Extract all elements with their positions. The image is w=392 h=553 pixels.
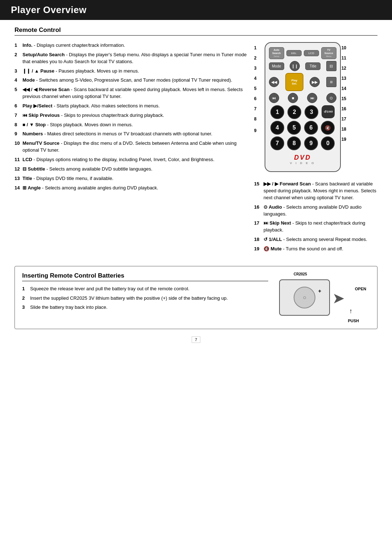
play-select-button[interactable]: PlaySel. [285, 73, 303, 91]
list-item: 17 ⏭ Skip Next - Skips to next chapter/t… [254, 220, 377, 234]
battery-coin: ○ [294, 287, 315, 308]
remote-control-header: Remote Control [15, 26, 377, 36]
remote-control-section: 1 Info. - Displays current chapter/track… [15, 42, 377, 255]
list-item: 15 ▶▶ / ▶ Forward Scan - Scans backward … [254, 181, 377, 201]
list-item: 4 Mode - Switches among S-Video, Progres… [15, 77, 247, 84]
battery-left-content: Inserting Remote Control Batteries 1 Squ… [22, 272, 268, 323]
num-8-button[interactable]: 8 [287, 136, 301, 150]
remote-wrapper: 1 2 3 4 5 6 7 8 9 Auto Search [254, 42, 346, 172]
left-side-numbers: 1 2 3 4 5 6 7 8 9 [254, 42, 257, 137]
number-row-2: 4 5 6 🔇 [269, 121, 336, 135]
right-side-numbers: 10 11 12 13 14 15 16 17 18 19 [342, 42, 346, 144]
page-number: 7 [192, 336, 200, 343]
tv-source-button[interactable]: TV Source Menu [321, 47, 336, 59]
lcd-button[interactable]: LCD [304, 50, 319, 57]
battery-section-header: Inserting Remote Control Batteries [22, 272, 268, 281]
title-button[interactable]: Title [305, 62, 320, 70]
skip-prev-button[interactable]: ⏮ [269, 93, 279, 103]
battery-section: Inserting Remote Control Batteries 1 Squ… [15, 266, 377, 329]
list-item: 6 Play ▶/Select - Starts playback. Also … [15, 103, 247, 110]
number-row-3: 7 8 9 0 [269, 136, 336, 150]
audio-button[interactable]: ⊙ [326, 93, 336, 103]
num-0-button[interactable]: 0 [321, 136, 335, 150]
list-item: 14 ⊞ Angle - Selects among available ang… [15, 185, 247, 192]
battery-diagram: CR2025 ○ + ➤ OPEN ↑ PUSH [279, 272, 366, 323]
info-button[interactable]: Info. [286, 50, 302, 57]
list-item: 13 Title - Displays DVD title menu, if a… [15, 175, 247, 182]
remote-body: Auto Search Setup Info. LCD TV Source Me… [265, 42, 341, 172]
repeat-button[interactable]: ↺1/All [322, 105, 335, 118]
num-6-button[interactable]: 6 [304, 121, 318, 135]
number-row-1: 1 2 3 ↺1/All [269, 105, 336, 119]
list-item: 12 ⊟ Subtitle - Selects among available … [15, 166, 247, 173]
mute-button[interactable]: 🔇 [321, 121, 335, 135]
battery-diagram-area: CR2025 ○ + ➤ OPEN ↑ PUSH [275, 272, 370, 323]
skip-next-button[interactable]: ⏭ [307, 93, 317, 103]
mode-button[interactable]: Mode [269, 62, 284, 70]
battery-plus-sign: + [318, 288, 321, 294]
fastforward-button[interactable]: ▶▶ [310, 77, 320, 87]
list-item: 8 ■ / ▼ Stop - Stops playback. Moves dow… [15, 122, 247, 128]
num-3-button[interactable]: 3 [305, 105, 318, 119]
list-item: 1 Info. - Displays current chapter/track… [15, 42, 247, 49]
battery-push-arrow: ↑ [349, 307, 352, 315]
remote-row-1: Auto Search Setup Info. LCD TV Source Me… [269, 47, 336, 59]
remote-row-2: Mode ❙❙ Title ⊟ [269, 61, 336, 71]
battery-tray: ○ + [279, 279, 330, 316]
list-item: 11 LCD - Displays options relating to th… [15, 156, 247, 163]
rewind-button[interactable]: ◀◀ [269, 77, 279, 87]
list-item: 18 ↺ 1/ALL - Selects among several Repea… [254, 236, 377, 243]
title-bar: Player Overview [0, 0, 392, 20]
battery-cr-label: CR2025 [294, 272, 307, 276]
remote-row-4: ⏮ ■ ⏭ ⊙ [269, 93, 336, 103]
list-item: 19 🔇 Mute - Turns the sound on and off. [254, 246, 377, 253]
list-item: 7 ⏮ Skip Previous - Skips to previous ch… [15, 112, 247, 119]
list-item: 9 Numbers - Makes direct selections in m… [15, 131, 247, 138]
list-item: 2 Insert the supplied CR2025 3V lithium … [22, 295, 268, 302]
list-item: 16 ⊙ Audio - Selects among available DVD… [254, 204, 377, 218]
num-7-button[interactable]: 7 [270, 136, 284, 150]
list-item: 1 Squeeze the release lever and pull the… [22, 286, 268, 292]
list-item: 2 Setup/Auto Search - Displays the playe… [15, 52, 247, 65]
list-item: 3 Slide the battery tray back into place… [22, 304, 268, 311]
num-2-button[interactable]: 2 [287, 105, 301, 119]
stop-button[interactable]: ■ [288, 93, 298, 103]
num-1-button[interactable]: 1 [270, 105, 284, 119]
number-buttons-section: 1 2 3 ↺1/All 4 5 6 🔇 [269, 105, 336, 150]
list-item: 5 ◀◀ / ◀ Reverse Scan - Scans backward a… [15, 86, 247, 100]
battery-arrow-right: ➤ [333, 291, 344, 306]
dvd-video-subtitle: V I D E O [269, 161, 336, 165]
list-item: 10 Menu/TV Source - Displays the disc me… [15, 140, 247, 154]
num-9-button[interactable]: 9 [304, 136, 318, 150]
battery-push-label: PUSH [348, 319, 359, 323]
auto-search-button[interactable]: Auto Search Setup [269, 47, 284, 59]
page-title: Player Overview [11, 4, 381, 16]
remote-diagram-area: 1 2 3 4 5 6 7 8 9 Auto Search [254, 42, 377, 255]
subtitle-button[interactable]: ⊟ [326, 61, 336, 71]
remote-row-3: ◀◀ PlaySel. ▶▶ ⊞ [269, 73, 336, 91]
battery-open-label: OPEN [355, 287, 366, 291]
list-item: 3 ❙❙ / ▲ Pause - Pauses playback. Moves … [15, 68, 247, 75]
pause-button[interactable]: ❙❙ [290, 61, 300, 71]
features-list-left: 1 Info. - Displays current chapter/track… [15, 42, 247, 255]
dvd-logo: DVD [269, 154, 336, 161]
angle-button[interactable]: ⊞ [326, 77, 336, 87]
num-5-button[interactable]: 5 [287, 121, 301, 135]
right-features-list: 15 ▶▶ / ▶ Forward Scan - Scans backward … [254, 177, 377, 255]
num-4-button[interactable]: 4 [270, 121, 284, 135]
page-number-area: 7 [15, 336, 377, 343]
